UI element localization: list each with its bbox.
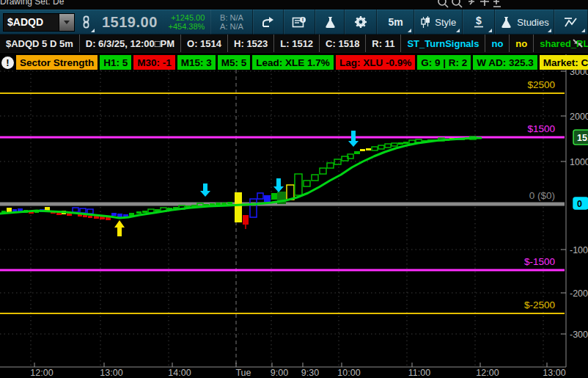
candle	[73, 208, 78, 212]
status-badge: M5: 5	[218, 55, 251, 70]
candle	[360, 149, 365, 151]
level-label: $-1500	[524, 256, 555, 267]
x-tick-label: 12:00	[476, 368, 499, 378]
y-tick-label: 2000	[570, 112, 588, 122]
level-label: $-2500	[524, 299, 555, 310]
sell-signal-arrow-icon	[273, 178, 284, 192]
status-badge: M15: 3	[177, 55, 216, 70]
status-badge: Lead: XLE 1.7%	[252, 55, 334, 70]
price-axis-bubble-label: 0	[577, 199, 582, 209]
status-badge: G: 9 | R: 2	[417, 55, 471, 70]
price-axis-bubble-label: 1519	[577, 133, 588, 143]
candle	[366, 148, 371, 150]
x-tick-label: 13:00	[100, 368, 122, 378]
y-tick-label: -2000	[570, 288, 588, 299]
status-badge: Sector Strength	[16, 55, 98, 70]
candle	[243, 215, 249, 225]
candle	[83, 215, 87, 217]
sell-signal-arrow-icon	[200, 183, 210, 197]
x-tick-label: 9:30	[301, 368, 319, 378]
candle	[304, 181, 310, 186]
candle	[227, 202, 232, 204]
x-tick-label: 11:00	[408, 368, 430, 378]
candle	[385, 144, 391, 148]
level-label: $1500	[527, 123, 555, 134]
candle	[7, 208, 12, 212]
candle	[221, 203, 227, 205]
candle	[398, 142, 403, 145]
candle	[80, 208, 86, 213]
buy-signal-arrow-icon	[114, 220, 125, 236]
candle	[354, 151, 360, 154]
candle	[264, 195, 271, 202]
candle	[271, 193, 277, 200]
candle	[235, 192, 242, 222]
y-tick-label: 1000	[570, 157, 588, 167]
candle	[216, 203, 221, 205]
candle	[403, 142, 408, 144]
sector-strength-badges: ! Sector StrengthH1: 5M30: -1M15: 3M5: 5…	[1, 55, 588, 70]
x-tick-label: 12:00	[30, 368, 53, 378]
x-tick-label: 9:00	[271, 368, 288, 378]
candle	[87, 209, 93, 214]
candle	[142, 211, 147, 213]
status-badge: M30: -1	[133, 55, 175, 70]
candle	[295, 174, 302, 195]
candle	[111, 213, 117, 216]
trading-platform-window: Drawing Set: De $ADQD 1519.00 +1245.00 +…	[0, 0, 588, 378]
status-badge: W AD: 325.3	[473, 55, 537, 70]
status-badge: H1: 5	[100, 55, 131, 70]
candle	[257, 193, 263, 199]
candle	[136, 211, 142, 214]
level-label: 0 ($0)	[529, 190, 555, 201]
alert-icon: !	[1, 57, 14, 69]
y-tick-label: -3000	[570, 330, 588, 340]
candle	[88, 216, 92, 218]
candle	[327, 163, 334, 168]
candle	[320, 168, 326, 174]
x-tick-label: Tue	[235, 368, 251, 378]
x-tick-label: 10:00	[337, 368, 360, 378]
y-tick-label: -1000	[570, 245, 588, 255]
candle	[392, 143, 397, 146]
x-tick-label: 13:00	[543, 368, 565, 378]
level-label: $2500	[527, 79, 555, 90]
candle	[312, 175, 318, 181]
status-badge: Market: Choppy	[540, 55, 588, 70]
x-tick-label: 14:00	[168, 368, 191, 378]
candle	[378, 145, 384, 149]
status-badge: Lag: XLU -0.9%	[336, 55, 415, 70]
candle	[106, 217, 111, 220]
candle	[250, 199, 257, 217]
candle	[372, 147, 378, 150]
sell-signal-arrow-icon	[348, 131, 359, 147]
